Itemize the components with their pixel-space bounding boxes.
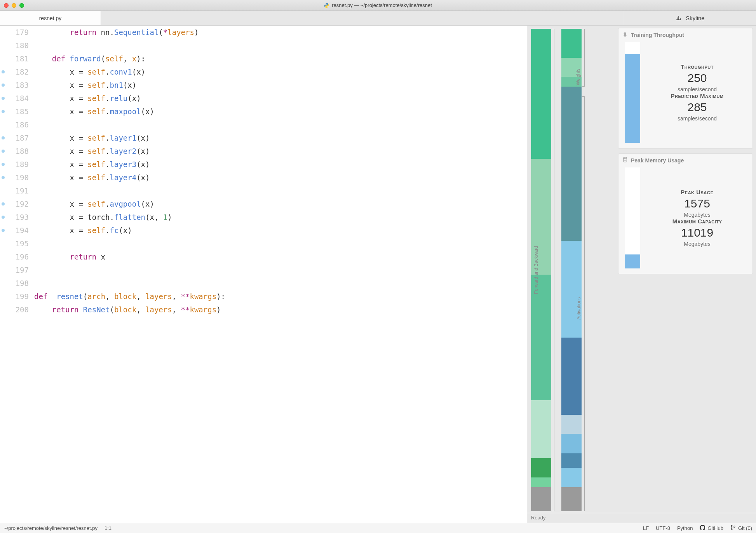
- line-number: 182: [7, 65, 29, 78]
- code-line[interactable]: x = self.bn1(x): [34, 78, 527, 92]
- line-number: 190: [7, 171, 29, 184]
- profile-segment[interactable]: [561, 487, 582, 511]
- code-line[interactable]: [34, 39, 527, 52]
- metric-value: 1575: [646, 197, 749, 210]
- code-line[interactable]: x = self.layer1(x): [34, 131, 527, 145]
- line-marker[interactable]: [2, 97, 5, 100]
- card-title: Training Throughput: [631, 32, 684, 38]
- profile-segment[interactable]: [531, 487, 551, 511]
- code-line[interactable]: x = self.fc(x): [34, 224, 527, 237]
- code-line[interactable]: [34, 184, 527, 197]
- code-line[interactable]: [34, 277, 527, 290]
- code-line[interactable]: x = self.layer3(x): [34, 158, 527, 171]
- code-line[interactable]: x = self.relu(x): [34, 92, 527, 105]
- metric-unit: samples/second: [646, 86, 749, 92]
- code-line[interactable]: x = self.maxpool(x): [34, 105, 527, 118]
- code-line[interactable]: [34, 118, 527, 131]
- code-line[interactable]: [34, 263, 527, 277]
- code-line[interactable]: x = self.avgpool(x): [34, 197, 527, 211]
- code-line[interactable]: return ResNet(block, layers, **kwargs): [34, 303, 527, 316]
- status-eol[interactable]: LF: [643, 525, 649, 531]
- line-number: 189: [7, 158, 29, 171]
- memory-column[interactable]: Weights Activations: [561, 29, 582, 511]
- profile-segment[interactable]: [561, 468, 582, 487]
- profile-segment[interactable]: [561, 338, 582, 415]
- status-cursor[interactable]: 1:1: [105, 525, 111, 531]
- code-line[interactable]: x = torch.flatten(x, 1): [34, 211, 527, 224]
- profile-segment[interactable]: [561, 415, 582, 434]
- code-content[interactable]: return nn.Sequential(*layers) def forwar…: [34, 26, 527, 523]
- profile-segment[interactable]: [561, 453, 582, 468]
- metric-unit: Megabytes: [646, 212, 749, 218]
- tab-resnet[interactable]: resnet.py: [0, 11, 101, 25]
- card-title: Peak Memory Usage: [631, 157, 684, 164]
- status-github[interactable]: GitHub: [700, 525, 723, 531]
- minimize-window-button[interactable]: [12, 3, 16, 8]
- metric-cards: Training Throughput Throughput250samples…: [617, 26, 756, 513]
- line-number: 187: [7, 131, 29, 145]
- metric-unit: samples/second: [646, 115, 749, 122]
- window-title: resnet.py — ~/projects/remote/skyline/re…: [332, 2, 432, 8]
- line-number: 185: [7, 105, 29, 118]
- line-marker[interactable]: [2, 202, 5, 206]
- code-line[interactable]: return x: [34, 250, 527, 263]
- svg-point-1: [327, 7, 327, 7]
- metric-label: Throughput: [646, 63, 749, 70]
- throughput-card: Training Throughput Throughput250samples…: [618, 28, 753, 149]
- line-marker[interactable]: [2, 84, 5, 87]
- line-marker[interactable]: [2, 110, 5, 113]
- line-number: 193: [7, 211, 29, 224]
- line-number: 198: [7, 277, 29, 290]
- code-line[interactable]: [34, 237, 527, 250]
- maximize-window-button[interactable]: [19, 3, 24, 8]
- svg-point-5: [734, 526, 735, 527]
- metric-label: Peak Usage: [646, 189, 749, 195]
- tab-skyline[interactable]: Skyline: [624, 11, 756, 25]
- memory-card: Peak Memory Usage Peak Usage1575Megabyte…: [618, 153, 753, 274]
- throughput-bar[interactable]: [625, 42, 640, 143]
- svg-point-2: [624, 157, 627, 159]
- profile-segment[interactable]: [531, 400, 551, 458]
- status-git[interactable]: Git (0): [730, 525, 752, 531]
- memory-bar[interactable]: [625, 167, 640, 268]
- profile-bars[interactable]: Forward and Backward Weights Activations: [527, 26, 617, 513]
- profile-segment[interactable]: [531, 477, 551, 487]
- line-marker[interactable]: [2, 70, 5, 73]
- bracket-icon: [582, 96, 585, 511]
- status-encoding[interactable]: UTF-8: [656, 525, 670, 531]
- line-number: 180: [7, 39, 29, 52]
- metric-unit: Megabytes: [646, 241, 749, 247]
- line-number: 184: [7, 92, 29, 105]
- profile-segment[interactable]: [561, 241, 582, 337]
- line-marker[interactable]: [2, 136, 5, 139]
- code-line[interactable]: return nn.Sequential(*layers): [34, 26, 527, 39]
- git-branch-icon: [730, 525, 736, 531]
- close-window-button[interactable]: [4, 3, 9, 8]
- code-line[interactable]: x = self.conv1(x): [34, 65, 527, 78]
- line-marker[interactable]: [2, 176, 5, 179]
- svg-point-3: [731, 525, 732, 526]
- code-line[interactable]: x = self.layer2(x): [34, 145, 527, 158]
- bar-chart-icon: [676, 14, 682, 22]
- line-marker[interactable]: [2, 163, 5, 166]
- code-line[interactable]: def forward(self, x):: [34, 52, 527, 65]
- line-number: 191: [7, 184, 29, 197]
- code-line[interactable]: def _resnet(arch, block, layers, **kwarg…: [34, 290, 527, 303]
- code-line[interactable]: x = self.layer4(x): [34, 171, 527, 184]
- line-marker[interactable]: [2, 216, 5, 219]
- profile-segment[interactable]: [561, 434, 582, 453]
- line-marker[interactable]: [2, 229, 5, 232]
- flame-icon: [622, 31, 628, 38]
- fwd-bwd-column[interactable]: Forward and Backward: [531, 29, 551, 511]
- status-filepath[interactable]: ~/projects/remote/skyline/resnet/resnet.…: [4, 525, 98, 531]
- status-language[interactable]: Python: [677, 525, 693, 531]
- database-icon: [622, 157, 628, 164]
- profile-segment[interactable]: [531, 458, 551, 477]
- code-editor[interactable]: 1791801811821831841851861871881891901911…: [0, 26, 527, 523]
- profile-segment[interactable]: [561, 87, 582, 241]
- activations-label: Activations: [576, 297, 582, 320]
- line-marker[interactable]: [2, 150, 5, 153]
- profile-segment[interactable]: [531, 29, 551, 159]
- profile-segment[interactable]: [561, 29, 582, 58]
- skyline-panel: Forward and Backward Weights Activations…: [527, 26, 756, 523]
